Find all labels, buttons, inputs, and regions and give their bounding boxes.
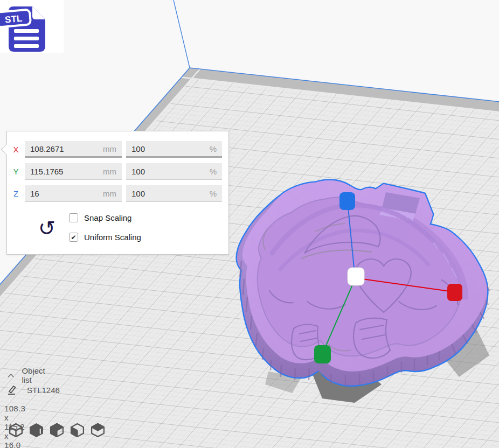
view-left-cube-icon[interactable] (49, 422, 65, 438)
view-top-cube-icon[interactable] (70, 422, 85, 438)
scale-handle-center[interactable] (348, 268, 364, 285)
axis-y-label: Y (7, 167, 25, 176)
collapse-caret-icon (8, 373, 14, 379)
scale-z-mm-unit: mm (103, 189, 116, 198)
camera-view-toolbar (8, 422, 110, 438)
stl-file-icon: STL (0, 1, 54, 55)
uniform-scaling-label: Uniform Scaling (84, 233, 141, 242)
uniform-scaling-checkmark: ✔ (71, 234, 76, 241)
scale-x-percent-unit: % (210, 144, 217, 153)
view-right-cube-icon[interactable] (90, 422, 106, 438)
scale-tool-panel: X mm % Y mm % Z mm % ↺ (6, 131, 229, 255)
reset-scale-button[interactable]: ↺ (35, 216, 59, 242)
scale-x-percent-field: % (126, 141, 222, 158)
view-front-cube-icon[interactable] (29, 422, 44, 438)
scale-z-percent-field: % (126, 185, 222, 202)
object-name: STL1246 (27, 386, 60, 395)
scale-y-percent-input[interactable] (131, 167, 206, 176)
scale-y-mm-field: mm (25, 163, 122, 180)
axis-x-label: X (7, 145, 25, 154)
snap-scaling-checkbox[interactable] (69, 213, 78, 222)
scale-z-percent-unit: % (210, 189, 217, 198)
object-list-title: Object list (22, 366, 47, 384)
scale-x-mm-unit: mm (103, 144, 116, 153)
scale-handle-x[interactable] (447, 284, 462, 301)
uniform-scaling-checkbox[interactable]: ✔ (69, 233, 78, 242)
scale-x-percent-input[interactable] (131, 144, 206, 153)
axis-z-label: Z (7, 189, 25, 198)
stl-badge-label: STL (4, 13, 23, 25)
scale-y-percent-field: % (126, 163, 222, 180)
scale-z-percent-input[interactable] (131, 189, 206, 198)
snap-scaling-row[interactable]: Snap Scaling (69, 213, 131, 222)
uniform-scaling-row[interactable]: ✔ Uniform Scaling (69, 233, 141, 242)
view-3d-cube-icon[interactable] (8, 422, 24, 438)
object-list-header[interactable]: Object list (8, 366, 47, 384)
scale-handle-y[interactable] (314, 345, 331, 363)
scale-x-mm-field: mm (25, 141, 122, 158)
scale-y-mm-input[interactable] (30, 167, 100, 176)
scale-z-mm-field: mm (25, 185, 122, 202)
scale-y-mm-unit: mm (103, 167, 116, 176)
edit-pencil-icon (6, 384, 17, 395)
snap-scaling-label: Snap Scaling (84, 213, 131, 222)
scale-y-percent-unit: % (210, 167, 217, 176)
scale-x-mm-input[interactable] (30, 144, 100, 153)
object-list-item[interactable]: STL1246 (6, 384, 60, 395)
scale-z-mm-input[interactable] (30, 189, 100, 198)
scale-handle-z[interactable] (339, 192, 355, 210)
